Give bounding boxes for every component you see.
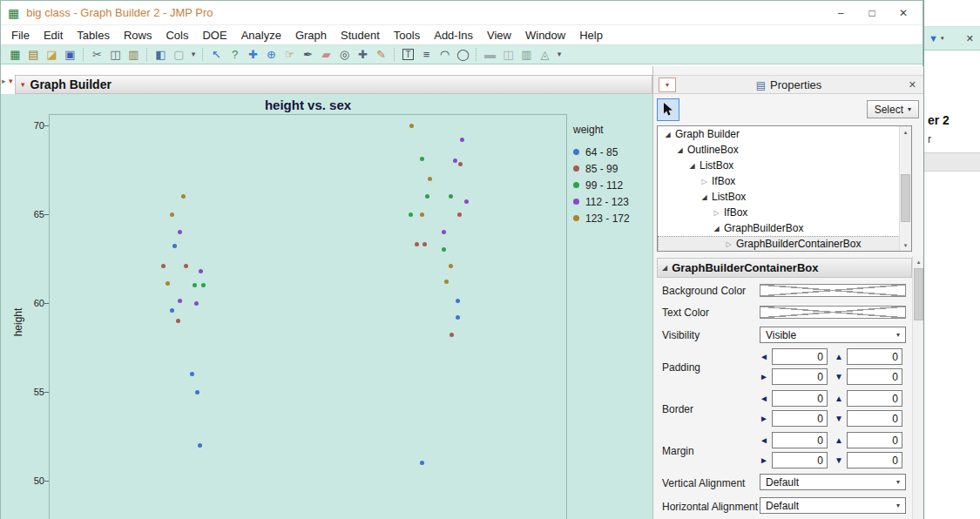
magnifier-tool-icon[interactable]: ◎ xyxy=(335,46,354,63)
data-point[interactable] xyxy=(193,283,197,287)
data-point[interactable] xyxy=(449,264,453,268)
data-point[interactable] xyxy=(170,308,174,313)
border-left-input[interactable]: 0 xyxy=(772,390,828,407)
script-window-icon[interactable]: ◧ xyxy=(152,46,170,63)
data-point[interactable] xyxy=(442,247,446,252)
menu-tables[interactable]: Tables xyxy=(70,27,117,44)
eraser-tool-icon[interactable]: ▰ xyxy=(317,46,335,63)
data-point[interactable] xyxy=(464,199,469,204)
layout-icon[interactable]: ▬ xyxy=(481,46,499,63)
paste-icon[interactable]: ▥ xyxy=(125,46,143,63)
toolbar-overflow-2-icon[interactable]: ▾ xyxy=(554,46,564,63)
data-point[interactable] xyxy=(172,244,177,248)
properties-scrollbar[interactable]: ▴ xyxy=(912,256,924,519)
shape-tool-icon[interactable]: ◠ xyxy=(436,46,454,63)
combine-windows-icon[interactable]: ◫ xyxy=(499,46,517,63)
lock-icon[interactable]: ▢ xyxy=(170,46,188,63)
legend-item[interactable]: 112 - 123 xyxy=(573,193,630,210)
menu-edit[interactable]: Edit xyxy=(37,27,70,44)
tree-scroll-thumb[interactable] xyxy=(901,174,910,222)
new-data-table-icon[interactable]: ▦ xyxy=(6,46,24,63)
open-icon[interactable]: ◪ xyxy=(43,46,61,63)
toolbar-overflow-icon[interactable]: ▾ xyxy=(188,46,199,63)
data-point[interactable] xyxy=(190,372,194,376)
disclosure-icon[interactable]: ▾ xyxy=(21,81,25,89)
menu-help[interactable]: Help xyxy=(572,27,610,44)
menu-window[interactable]: Window xyxy=(518,27,572,44)
section-expanded-icon[interactable]: ◢ xyxy=(662,264,667,272)
crosshair-tool-icon[interactable]: ✚ xyxy=(354,46,372,63)
data-point[interactable] xyxy=(184,264,188,268)
outline-margin-red-icon[interactable]: ▾ xyxy=(9,78,13,85)
properties-disclosure-icon[interactable]: ▾ xyxy=(659,78,676,92)
data-point[interactable] xyxy=(460,138,464,142)
lines-tool-icon[interactable]: ≡ xyxy=(417,46,436,63)
tree-expanded-icon[interactable]: ◢ xyxy=(675,146,685,154)
filter-funnel-icon[interactable]: ▼ xyxy=(929,33,938,44)
menu-view[interactable]: View xyxy=(480,27,518,44)
tree-collapsed-icon[interactable]: ▷ xyxy=(700,178,709,185)
close-icon[interactable]: ✕ xyxy=(966,33,974,44)
margin-right-input[interactable]: 0 xyxy=(772,452,828,468)
menu-cols[interactable]: Cols xyxy=(159,27,195,44)
data-point[interactable] xyxy=(449,194,453,199)
tree-node-graphbuildercontainerbox[interactable]: ▷GraphBuilderContainerBox xyxy=(658,236,900,252)
maximize-button[interactable]: □ xyxy=(856,3,888,24)
legend-item[interactable]: 99 - 112 xyxy=(573,177,630,193)
menu-analyze[interactable]: Analyze xyxy=(234,27,288,44)
close-button[interactable]: ✕ xyxy=(888,3,919,24)
data-point[interactable] xyxy=(453,158,457,163)
data-point[interactable] xyxy=(420,461,424,465)
copy-icon[interactable]: ◫ xyxy=(106,46,125,63)
background-color-well[interactable] xyxy=(760,284,906,297)
tree-node-ifbox[interactable]: ▷IfBox xyxy=(658,173,900,189)
help-tool-icon[interactable]: ? xyxy=(226,46,244,63)
tree-collapsed-icon[interactable]: ▷ xyxy=(724,240,733,248)
cut-icon[interactable]: ✂ xyxy=(88,46,106,63)
hand-tool-icon[interactable]: ☞ xyxy=(280,46,299,63)
save-icon[interactable]: ▣ xyxy=(61,46,79,63)
data-point[interactable] xyxy=(415,242,419,246)
margin-up-input[interactable]: 0 xyxy=(847,432,902,448)
padding-down-input[interactable]: 0 xyxy=(847,368,902,385)
select-dropdown-button[interactable]: Select ▾ xyxy=(867,100,919,118)
tree-expanded-icon[interactable]: ◢ xyxy=(700,193,709,201)
data-point[interactable] xyxy=(428,177,432,181)
menu-doe[interactable]: DOE xyxy=(195,27,233,44)
data-point[interactable] xyxy=(176,319,180,323)
tree-node-graphbuilderbox[interactable]: ◢GraphBuilderBox xyxy=(658,220,900,236)
data-point[interactable] xyxy=(198,443,202,448)
tree-expanded-icon[interactable]: ◢ xyxy=(687,162,697,170)
margin-down-input[interactable]: 0 xyxy=(847,452,902,468)
data-point[interactable] xyxy=(456,315,460,320)
tree-node-graph-builder[interactable]: ◢Graph Builder xyxy=(658,126,900,142)
padding-left-input[interactable]: 0 xyxy=(772,348,828,365)
tree-node-listbox[interactable]: ◢ListBox xyxy=(658,189,900,205)
data-point[interactable] xyxy=(170,212,174,217)
graph-builder-outline-header[interactable]: ▾ Graph Builder xyxy=(15,75,652,94)
data-point[interactable] xyxy=(201,283,206,287)
cursor-tool-button[interactable] xyxy=(657,98,679,121)
margin-left-input[interactable]: 0 xyxy=(772,432,828,448)
menu-tools[interactable]: Tools xyxy=(387,27,427,44)
move-tool-icon[interactable]: ✚ xyxy=(244,46,262,63)
annotate-tool-icon[interactable]: ✎ xyxy=(372,46,390,63)
scroll-down-icon[interactable]: ▾ xyxy=(900,239,911,251)
selected-box-section-header[interactable]: ◢ GraphBuilderContainerBox xyxy=(657,258,912,278)
scroll-up-icon[interactable]: ▴ xyxy=(900,126,911,138)
data-point[interactable] xyxy=(422,242,427,246)
brush-tool-icon[interactable]: ✒ xyxy=(299,46,317,63)
tree-node-listbox[interactable]: ◢ListBox xyxy=(658,158,900,173)
data-point[interactable] xyxy=(161,264,166,268)
data-point[interactable] xyxy=(444,280,449,284)
oval-tool-icon[interactable]: ◯ xyxy=(454,46,472,63)
visibility-dropdown[interactable]: Visible ▾ xyxy=(760,327,906,343)
data-point[interactable] xyxy=(449,333,454,337)
outline-margin-gray-icon[interactable]: ▸ xyxy=(2,78,6,85)
tree-collapsed-icon[interactable]: ▷ xyxy=(712,209,721,217)
menu-rows[interactable]: Rows xyxy=(117,27,159,44)
menu-add-ins[interactable]: Add-Ins xyxy=(427,27,480,44)
vertical-alignment-dropdown[interactable]: Default ▾ xyxy=(760,474,906,490)
text-color-well[interactable] xyxy=(760,306,906,319)
properties-scroll-thumb[interactable] xyxy=(914,268,923,320)
